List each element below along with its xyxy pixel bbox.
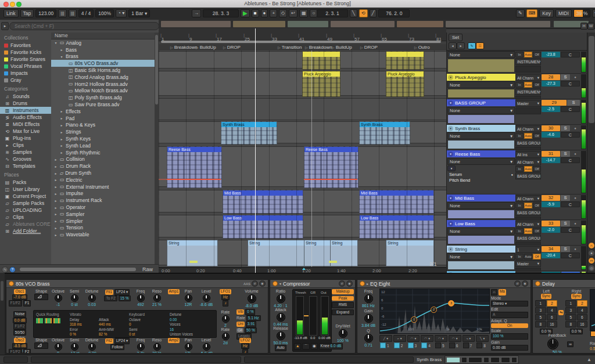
track-fold-icon[interactable]: ▾	[448, 196, 453, 201]
right-beat-division-button[interactable]: 16	[577, 321, 588, 327]
pan-field[interactable]: C	[561, 81, 580, 87]
arrangement-clip[interactable]: Reese Bass	[304, 146, 359, 188]
right-beat-division-button[interactable]: 6	[577, 314, 588, 320]
expand-arrow-icon[interactable]: ▸	[53, 199, 58, 203]
vib-amount-field[interactable]: 0 %	[245, 309, 255, 315]
input-routing-chooser[interactable]: 1▾	[515, 246, 541, 253]
locator[interactable]: ▷BuildUp	[196, 45, 216, 50]
locator[interactable]: ▷DROP	[360, 45, 378, 50]
arrangement-vertical-scrollbar[interactable]: ∩ ● ▭ ◎	[587, 33, 595, 274]
filter-type-chooser[interactable]: ╱ ▾	[379, 335, 392, 342]
hot-swap-icon[interactable]: ⇄	[252, 280, 258, 287]
solo-button[interactable]: S	[561, 125, 570, 131]
browser-file-row[interactable]: ▸▭Simpler	[51, 218, 155, 225]
monitor-option[interactable]: Off	[533, 228, 541, 234]
draw-mode-button[interactable]: ✎	[516, 9, 525, 17]
track-title-bar[interactable]: ▾String	[447, 246, 515, 253]
lfo2-toggle[interactable]: LFO2	[239, 338, 251, 343]
right-beat-division-button[interactable]: 5	[565, 314, 576, 320]
expand-arrow-icon[interactable]: ▸	[53, 178, 58, 182]
arrangement-clip[interactable]: Reese Bass	[167, 146, 222, 188]
locator[interactable]: ▷Outro	[414, 45, 430, 50]
monitor-option[interactable]: In	[515, 133, 524, 139]
browser-file-row[interactable]: ▸▭Drum Rack	[51, 163, 155, 170]
expand-arrow-icon[interactable]: ▸	[59, 130, 64, 134]
track-device-chooser[interactable]: None▾	[447, 253, 515, 260]
device-fold-icon[interactable]: ▸	[367, 282, 368, 286]
amp2-toggle[interactable]: Amp2	[168, 338, 180, 343]
arrangement-overview[interactable]	[159, 20, 595, 29]
left-beat-division-button[interactable]: 16	[547, 321, 558, 327]
filter2-toggle[interactable]: Fil2	[105, 338, 113, 344]
filter2-type-chooser[interactable]: LP24 ▾	[114, 338, 130, 344]
hot-swap-icon[interactable]: ⇄	[339, 280, 345, 287]
monitor-option[interactable]: In	[515, 228, 524, 234]
expand-arrow-icon[interactable]: ▸	[53, 185, 58, 189]
track-device-chooser[interactable]: None▾	[447, 158, 515, 165]
band-enable-checkbox[interactable]: 6	[449, 343, 461, 348]
activity-view-icon[interactable]: ▲	[294, 343, 301, 349]
release-knob[interactable]	[277, 331, 285, 340]
band-enable-checkbox[interactable]: 1	[379, 343, 392, 348]
mode-chooser[interactable]: Stereo ▾	[491, 301, 528, 307]
right-beat-division-button[interactable]: 3	[565, 307, 576, 313]
keyboard-semi-field[interactable]: 0 st	[129, 332, 156, 337]
category-item[interactable]: ⟲Max for Live	[0, 128, 51, 135]
threshold-field[interactable]: -13.8 dB	[294, 336, 307, 340]
osc2-toggle[interactable]: Osc2	[14, 338, 25, 343]
expand-arrow-icon[interactable]: ▸	[59, 123, 64, 127]
locator[interactable]: ▷Transition	[278, 45, 302, 50]
browser-file-row[interactable]: ▸Bass	[51, 46, 155, 53]
arrangement-clip[interactable]: Pluck Arpeggio	[302, 71, 340, 97]
right-beat-division-button[interactable]: 2	[577, 300, 588, 307]
infinite-feedback-button[interactable]: ∞	[567, 341, 574, 348]
left-beat-division-button[interactable]: 4	[547, 307, 558, 313]
track-fold-icon[interactable]: ▾	[448, 152, 453, 157]
punch-in-button[interactable]: ╲	[350, 9, 357, 17]
pan-field[interactable]: C	[561, 201, 580, 207]
expand-arrow-icon[interactable]: ▸	[53, 157, 58, 161]
loop-start-field[interactable]: 2. 3. 1	[317, 9, 348, 17]
track-title-bar[interactable]: ▾Low Bass	[447, 220, 515, 227]
browser-file-row[interactable]: ▸▭Instrument Rack	[51, 197, 155, 204]
play-button[interactable]: ▶	[241, 9, 250, 17]
category-item[interactable]: ♫Sounds	[0, 93, 51, 100]
browser-file-row[interactable]: ▸Strings	[51, 128, 155, 135]
arrangement-clip[interactable]: String	[248, 240, 304, 266]
filter-type-chooser[interactable]: ◠ ▾	[407, 335, 420, 342]
auto-release-button[interactable]: Auto	[275, 345, 286, 351]
track-header[interactable]: ▾Synth Brass None▾ ▾ ● All Chann▾ ▾ InAu…	[447, 124, 587, 150]
solo-button[interactable]: S	[561, 74, 570, 80]
eq-band-node[interactable]: 2	[431, 307, 437, 313]
amp1-toggle[interactable]: Amp1	[168, 289, 180, 294]
left-beat-division-button[interactable]: 6	[547, 314, 558, 320]
prev-locator-button[interactable]: ◂	[449, 42, 457, 49]
left-beat-division-button[interactable]: 1	[535, 300, 546, 307]
reenable-automation-button[interactable]: ↩	[289, 9, 298, 17]
crossfade-b-icon[interactable]: ◎	[589, 265, 594, 271]
browser-file-row[interactable]: ▸Piano & Keys	[51, 122, 155, 129]
track-header[interactable]: ▾BASS GROUP None▾ ▾ ● Master▾ ▾ InAutoOf…	[447, 99, 587, 124]
lfo1-sync-icon[interactable]: ♪	[223, 300, 228, 307]
automation-lane-button[interactable]: ●	[511, 173, 513, 176]
expand-arrow-icon[interactable]: ▸	[59, 48, 64, 52]
track-title-bar[interactable]: ▾Synth Brass	[447, 125, 515, 132]
browser-file-row[interactable]: ▸▭Wavetable	[51, 231, 155, 238]
vibrato-attack-field[interactable]: 440 ms	[99, 322, 126, 327]
collection-item[interactable]: Impacts	[0, 70, 51, 77]
adapt-q-button[interactable]: On	[491, 323, 528, 329]
ratio-knob[interactable]	[277, 294, 285, 303]
track-fold-icon[interactable]: ▾	[448, 221, 453, 226]
track-number-badge[interactable]: 28	[542, 74, 560, 80]
track-title-bar[interactable]: ▾BASS GROUP	[447, 99, 515, 106]
browser-file-row[interactable]: ▸▭Tension	[51, 225, 155, 232]
track-automation-area[interactable]	[447, 140, 515, 149]
save-preset-icon[interactable]: ◉	[522, 280, 528, 287]
solo-button[interactable]: S	[561, 151, 570, 157]
band-enable-checkbox[interactable]: 5	[435, 343, 447, 348]
track-fold-icon[interactable]: ▾	[448, 100, 453, 106]
track-header[interactable]: ▾Low Bass None▾ ▾ ● All Chann▾ ▾ InAutoO…	[447, 219, 587, 245]
glide-time-field[interactable]: 50 %	[245, 327, 257, 334]
solo-button[interactable]: S	[561, 195, 570, 201]
left-beat-division-button[interactable]: 5	[535, 314, 546, 320]
